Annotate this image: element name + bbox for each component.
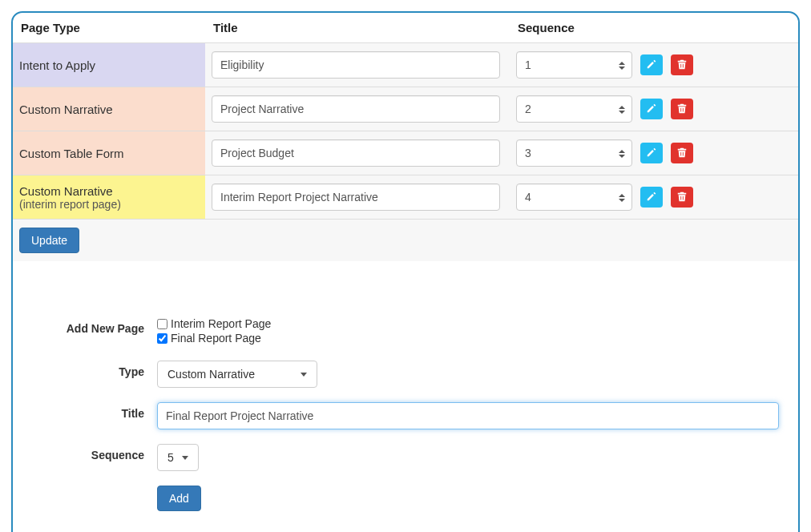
caret-down-icon — [301, 373, 307, 377]
row-title-input[interactable] — [212, 51, 500, 79]
delete-button[interactable] — [671, 54, 693, 75]
pencil-icon — [646, 191, 657, 204]
update-button[interactable]: Update — [19, 228, 79, 253]
sequence-dropdown-value: 5 — [167, 451, 174, 464]
label-add-new-page: Add New Page — [21, 317, 157, 335]
page-type-cell: Custom Table Form — [13, 131, 205, 175]
update-row: Update — [13, 220, 798, 262]
table-row: Custom Table Form3 — [13, 131, 798, 175]
final-checkbox[interactable] — [157, 333, 167, 344]
interim-checkbox-line[interactable]: Interim Report Page — [157, 317, 779, 330]
pencil-icon — [646, 103, 657, 116]
row-title-input[interactable] — [212, 139, 500, 167]
page-type-subtitle: (interim report page) — [19, 198, 199, 211]
delete-button[interactable] — [671, 99, 693, 119]
edit-button[interactable] — [640, 143, 663, 163]
final-checkbox-line[interactable]: Final Report Page — [157, 332, 779, 345]
trash-icon — [676, 147, 688, 160]
table-row: Custom Narrative(interim report page)4 — [13, 175, 798, 220]
label-title: Title — [21, 402, 157, 420]
page-type-cell: Custom Narrative(interim report page) — [13, 175, 205, 220]
sequence-value: 2 — [525, 103, 531, 115]
header-page-type: Page Type — [13, 13, 205, 43]
title-cell — [205, 175, 510, 220]
interim-checkbox[interactable] — [157, 319, 167, 329]
trash-icon — [676, 191, 688, 204]
label-type: Type — [21, 361, 157, 378]
delete-button[interactable] — [671, 187, 693, 208]
add-button[interactable]: Add — [157, 486, 201, 511]
title-cell — [205, 131, 510, 175]
title-cell — [205, 43, 510, 87]
row-title-input[interactable] — [212, 95, 500, 123]
sequence-cell: 3 — [510, 131, 798, 175]
page-type-cell: Intent to Apply — [13, 43, 205, 87]
title-input[interactable] — [157, 402, 779, 429]
header-sequence: Sequence — [510, 13, 798, 43]
sequence-value: 1 — [525, 58, 531, 71]
pencil-icon — [646, 58, 657, 72]
sequence-cell: 1 — [510, 43, 798, 87]
sequence-dropdown[interactable]: 5 — [157, 444, 199, 471]
header-title: Title — [205, 13, 510, 43]
sequence-cell: 4 — [510, 175, 798, 220]
delete-button[interactable] — [671, 143, 693, 163]
sequence-select[interactable]: 3 — [516, 139, 632, 167]
sequence-select[interactable]: 1 — [516, 51, 632, 79]
interim-checkbox-label: Interim Report Page — [171, 317, 271, 330]
sequence-select[interactable]: 4 — [516, 183, 632, 211]
edit-button[interactable] — [640, 187, 663, 208]
add-page-form: Add New Page Interim Report Page Final R… — [13, 301, 798, 532]
row-title-input[interactable] — [212, 183, 500, 211]
table-row: Intent to Apply1 — [13, 43, 798, 87]
caret-down-icon — [182, 456, 188, 460]
trash-icon — [676, 58, 688, 72]
sequence-value: 3 — [525, 147, 531, 159]
edit-button[interactable] — [640, 54, 663, 75]
pages-table: Page Type Title Sequence Intent to Apply… — [13, 13, 798, 261]
final-checkbox-label: Final Report Page — [171, 332, 261, 345]
pencil-icon — [646, 147, 657, 160]
type-dropdown[interactable]: Custom Narrative — [157, 361, 317, 388]
title-cell — [205, 87, 510, 131]
main-panel: Page Type Title Sequence Intent to Apply… — [11, 11, 800, 532]
edit-button[interactable] — [640, 99, 663, 119]
sequence-cell: 2 — [510, 87, 798, 131]
trash-icon — [676, 103, 688, 116]
sequence-select[interactable]: 2 — [516, 95, 632, 123]
page-type-cell: Custom Narrative — [13, 87, 205, 131]
type-dropdown-value: Custom Narrative — [167, 368, 255, 381]
sequence-value: 4 — [525, 191, 531, 204]
label-sequence: Sequence — [21, 444, 157, 461]
table-row: Custom Narrative2 — [13, 87, 798, 131]
